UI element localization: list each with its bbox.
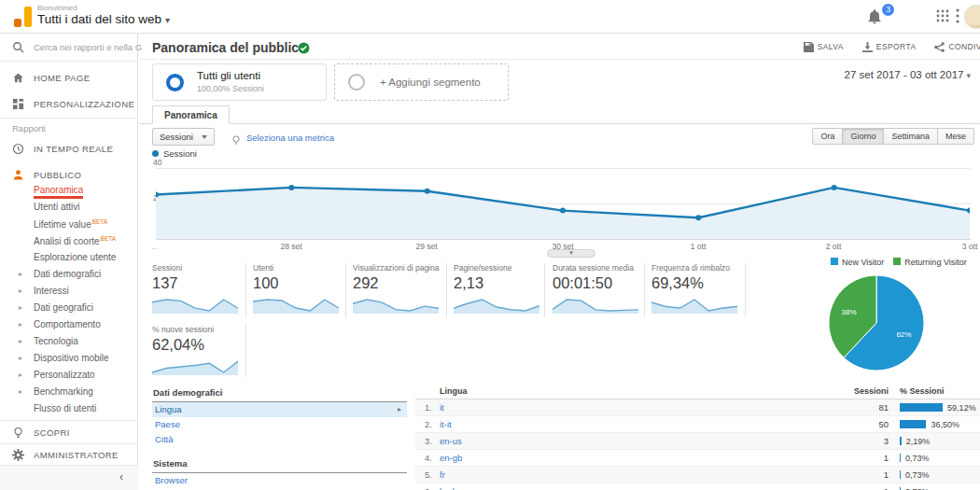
table-header: Lingua Sessioni % Sessioni: [415, 383, 980, 399]
beta-badge: BETA: [101, 235, 117, 242]
sidebar-item-dispositivo-mobile[interactable]: ▸Dispositivo mobile: [0, 351, 138, 368]
metric-visualizzazioni: Visualizzazioni di pagina 292: [353, 263, 448, 314]
section-header: Sistema: [152, 454, 407, 473]
entry-link[interactable]: fr: [440, 469, 445, 480]
y-tick-40: 40: [153, 158, 161, 167]
granularity-settimana[interactable]: Settimana: [884, 128, 938, 145]
chevron-down-icon: [202, 135, 207, 139]
section-header: Dati demografici: [152, 383, 407, 402]
dimension-paese[interactable]: Paese: [152, 417, 407, 432]
sidebar-item-realtime[interactable]: IN TEMPO REALE: [0, 136, 138, 161]
entry-link[interactable]: en-gb: [440, 453, 462, 463]
save-icon: [804, 42, 814, 52]
segment-ring-icon: [166, 74, 184, 91]
percent-bar: [900, 403, 943, 412]
sidebar-collapse-button[interactable]: ‹: [0, 465, 138, 490]
metric-frequenza-rimbalzo: Frequenza di rimbalzo 69,34%: [651, 263, 747, 314]
metric-select[interactable]: Sessioni: [152, 128, 215, 146]
table-row: 5.fr 1 0,73%: [415, 467, 980, 483]
export-button[interactable]: ESPORTA: [862, 42, 917, 52]
chevron-down-icon: ▾: [165, 15, 170, 25]
sidebar-item-dati-demografici[interactable]: ▸Dati demografici: [0, 267, 138, 284]
timeline-scroll-handle[interactable]: ▾: [547, 249, 595, 258]
arrow-right-icon: ▸: [398, 402, 401, 417]
tab-bar: Panoramica: [139, 105, 980, 124]
select-metric-link[interactable]: Seleziona una metrica: [246, 133, 334, 143]
sidebar-item-flusso-utenti[interactable]: Flusso di utenti: [0, 401, 138, 418]
sidebar-item-utenti-attivi[interactable]: Utenti attivi: [0, 200, 138, 217]
sessions-line-chart: [156, 168, 970, 241]
sidebar-item-personalizzato[interactable]: ▸Personalizzato: [0, 368, 138, 385]
share-icon: [934, 42, 945, 52]
reports-section-label: Rapporti: [12, 123, 46, 133]
search-input[interactable]: Cerca nei rapporti e nella G: [0, 34, 138, 62]
bell-icon: [866, 8, 883, 25]
legend-square-returning-visitor: [893, 258, 901, 265]
entry-link[interactable]: it-it: [440, 419, 452, 429]
segment-all-users[interactable]: Tutti gli utenti 100,00% Sessioni: [152, 63, 327, 101]
expand-arrow-icon: ▸: [19, 320, 22, 329]
dimension-citta[interactable]: Città: [152, 432, 407, 447]
sidebar-item-benchmarking[interactable]: ▸Benchmarking: [0, 385, 138, 401]
expand-arrow-icon: ▸: [19, 270, 22, 278]
entry-link[interactable]: it: [440, 402, 444, 413]
legend-dot-icon: [152, 150, 159, 157]
sidebar-item-home[interactable]: HOME PAGE: [0, 65, 138, 90]
apps-button[interactable]: [935, 8, 950, 27]
sparkline: [353, 295, 439, 314]
sidebar-item-analisi-coorte[interactable]: Analisi di coorteBETA: [0, 233, 138, 250]
tab-panoramica[interactable]: Panoramica: [152, 105, 230, 124]
divider: [0, 118, 138, 119]
chevron-down-icon: ▾: [966, 71, 971, 80]
sidebar-item-admin[interactable]: AMMINISTRATORE: [0, 444, 138, 466]
visitor-pie-legend: New Visitor Returning Visitor: [831, 258, 967, 267]
chevron-left-icon: ‹: [119, 470, 123, 483]
property-selector[interactable]: Tutti i dati del sito web▾: [37, 12, 170, 26]
report-title-bar: Panoramica del pubblico SALVA ESPORTA CO…: [139, 34, 980, 60]
sidebar-item-interessi[interactable]: ▸Interessi: [0, 284, 138, 301]
notifications-button[interactable]: [866, 8, 883, 29]
more-menu-button[interactable]: [956, 8, 959, 27]
sidebar-item-lifetime-value[interactable]: Lifetime valueBETA: [0, 217, 138, 233]
add-segment-button[interactable]: + Aggiungi segmento: [334, 63, 509, 101]
granularity-ora[interactable]: Ora: [812, 128, 843, 145]
dimension-lingua[interactable]: Lingua ▸: [152, 402, 407, 417]
expand-arrow-icon: ▸: [19, 303, 22, 312]
metric-pagine-sessione: Pagine/sessione 2,13: [454, 263, 549, 314]
sidebar-item-panoramica[interactable]: Panoramica: [0, 183, 138, 200]
person-icon: [12, 168, 25, 181]
metric-utenti: Utenti 100: [253, 263, 348, 314]
sparkline: [152, 295, 238, 314]
clock-icon: [12, 142, 25, 155]
save-button[interactable]: SALVA: [804, 42, 844, 52]
metric-nuove-sessioni: % nuove sessioni 62,04%: [152, 325, 247, 375]
apps-grid-icon: [935, 8, 950, 23]
sidebar-item-comportamento[interactable]: ▸Comportamento: [0, 317, 138, 334]
table-row: 6.hu-hu 1 0,73%: [415, 483, 980, 490]
granularity-mese[interactable]: Mese: [938, 128, 974, 145]
metric-durata-sessione: Durata sessione media 00:01:50: [553, 263, 648, 314]
more-vert-icon: [956, 8, 959, 23]
entry-link[interactable]: hu-hu: [440, 486, 462, 490]
sparkline: [553, 295, 638, 314]
date-range-selector[interactable]: 27 set 2017 - 03 ott 2017▾: [845, 69, 971, 80]
expand-arrow-icon: ▸: [19, 371, 22, 379]
sidebar-item-customization[interactable]: PERSONALIZZAZIONE: [0, 91, 138, 116]
notification-badge: 3: [882, 4, 894, 16]
entry-link[interactable]: en-us: [440, 436, 462, 446]
sidebar-item-dati-geografici[interactable]: ▸Dati geografici: [0, 301, 138, 317]
sidebar-item-discover[interactable]: SCOPRI: [0, 421, 138, 443]
chart-toolbar: Sessioni Seleziona una metrica Ora Giorn…: [139, 125, 980, 149]
granularity-giorno[interactable]: Giorno: [843, 128, 884, 145]
dimension-browser[interactable]: Browser: [152, 473, 407, 488]
share-button[interactable]: CONDIVIDI: [934, 42, 980, 52]
avatar[interactable]: [964, 5, 980, 29]
table-row: 4.en-gb 1 0,73%: [415, 450, 980, 467]
sidebar-item-tecnologia[interactable]: ▸Tecnologia: [0, 334, 138, 351]
percent-bar: [900, 454, 901, 462]
search-icon: [12, 41, 25, 54]
sidebar-item-esplorazione-utente[interactable]: Esplorazione utente: [0, 250, 138, 267]
account-name: Bionutrimed: [37, 4, 77, 12]
x-label: 3 ott: [937, 242, 980, 251]
explorer-dimension-nav: Dati demografici Lingua ▸ Paese Città Si…: [152, 383, 407, 490]
